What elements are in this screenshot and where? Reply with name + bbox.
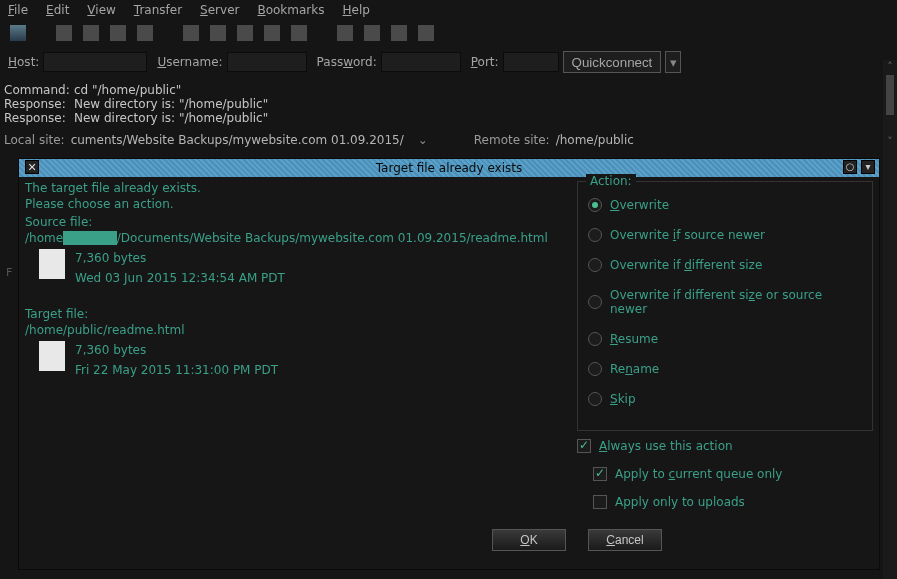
radio-icon (588, 228, 602, 242)
dialog-title: Target file already exists (376, 161, 522, 175)
checkbox-icon (593, 495, 607, 509)
site-manager-icon[interactable] (10, 25, 26, 41)
refresh-icon[interactable] (137, 25, 153, 41)
host-input[interactable] (43, 52, 147, 72)
log-text: cd "/home/public" (74, 83, 181, 97)
check-always[interactable]: Always use this action (577, 439, 873, 453)
radio-icon (588, 295, 602, 309)
toolbar (0, 23, 897, 47)
disconnect-icon[interactable] (237, 25, 253, 41)
radio-icon (588, 362, 602, 376)
toggle-queue-icon[interactable] (110, 25, 126, 41)
radio-overwrite-diffsize[interactable]: Overwrite if different size (588, 258, 862, 272)
toggle-log-icon[interactable] (56, 25, 72, 41)
file-exists-dialog: ✕ Target file already exists ○ ▾ The tar… (18, 158, 880, 570)
dialog-min-icon[interactable]: ○ (843, 160, 857, 174)
log-label: Response: (4, 111, 74, 125)
radio-icon (588, 198, 602, 212)
check-apply-queue[interactable]: Apply to current queue only (593, 467, 873, 481)
menu-file[interactable]: File (8, 3, 28, 17)
remote-site-path[interactable]: /home/public (556, 133, 634, 147)
filter-icon[interactable] (291, 25, 307, 41)
message-log: Command:cd "/home/public" Response:New d… (0, 81, 897, 131)
file-icon (39, 249, 65, 279)
file-icon (39, 341, 65, 371)
host-label: Host: (8, 55, 39, 69)
radio-skip[interactable]: Skip (588, 392, 862, 406)
radio-overwrite[interactable]: Overwrite (588, 198, 862, 212)
radio-resume[interactable]: Resume (588, 332, 862, 346)
radio-icon (588, 332, 602, 346)
target-file-path: /home/public/readme.html (25, 323, 567, 337)
action-legend: Action: (586, 174, 636, 188)
sync-icon[interactable] (364, 25, 380, 41)
dialog-close-icon[interactable]: ✕ (25, 160, 39, 174)
username-label: Username: (157, 55, 222, 69)
search-icon[interactable] (391, 25, 407, 41)
toggle-tree-icon[interactable] (83, 25, 99, 41)
menu-server[interactable]: Server (200, 3, 239, 17)
bookmark-icon[interactable] (418, 25, 434, 41)
source-file-date: Wed 03 Jun 2015 12:34:54 AM PDT (75, 269, 285, 287)
source-file-size: 7,360 bytes (75, 249, 285, 267)
quickconnect-bar: Host: Username: Password: Port: Quickcon… (0, 47, 897, 81)
radio-rename[interactable]: Rename (588, 362, 862, 376)
port-label: Port: (471, 55, 499, 69)
log-label: Command: (4, 83, 74, 97)
menubar: File Edit View Transfer Server Bookmarks… (0, 0, 897, 23)
dialog-message: The target file already exists. (25, 181, 567, 195)
compare-icon[interactable] (337, 25, 353, 41)
quickconnect-button[interactable]: Quickconnect (563, 51, 662, 73)
quickconnect-dropdown[interactable]: ▾ (665, 51, 681, 73)
menu-edit[interactable]: Edit (46, 3, 69, 17)
cancel-button[interactable]: Cancel (588, 529, 662, 551)
menu-view[interactable]: View (87, 3, 115, 17)
password-input[interactable] (381, 52, 461, 72)
radio-overwrite-diff-or-newer[interactable]: Overwrite if different size or source ne… (588, 288, 862, 316)
menu-transfer[interactable]: Transfer (134, 3, 182, 17)
target-file-label: Target file: (25, 307, 567, 321)
dialog-info-panel: The target file already exists. Please c… (25, 181, 567, 561)
log-text: New directory is: "/home/public" (74, 97, 268, 111)
target-file-size: 7,360 bytes (75, 341, 278, 359)
local-site-dropdown-icon[interactable]: ⌄ (418, 133, 428, 147)
password-label: Password: (317, 55, 377, 69)
username-input[interactable] (227, 52, 307, 72)
log-text: New directory is: "/home/public" (74, 111, 268, 125)
reconnect-icon[interactable] (264, 25, 280, 41)
checkbox-icon (593, 467, 607, 481)
site-path-bar: Local site: cuments/Website Backups/mywe… (0, 131, 897, 151)
target-file-date: Fri 22 May 2015 11:31:00 PM PDT (75, 361, 278, 379)
radio-icon (588, 258, 602, 272)
check-apply-uploads[interactable]: Apply only to uploads (593, 495, 873, 509)
log-label: Response: (4, 97, 74, 111)
dialog-message: Please choose an action. (25, 197, 567, 211)
radio-icon (588, 392, 602, 406)
remote-site-label: Remote site: (474, 133, 550, 147)
menu-help[interactable]: Help (343, 3, 370, 17)
local-site-label: Local site: (4, 133, 65, 147)
port-input[interactable] (503, 52, 559, 72)
dialog-menu-icon[interactable]: ▾ (861, 160, 875, 174)
radio-overwrite-newer[interactable]: Overwrite if source newer (588, 228, 862, 242)
local-site-path[interactable]: cuments/Website Backups/mywebsite.com 01… (71, 133, 404, 147)
cancel-icon[interactable] (210, 25, 226, 41)
source-file-path: /home/xxxxxxx/Documents/Website Backups/… (25, 231, 567, 245)
menu-bookmarks[interactable]: Bookmarks (257, 3, 324, 17)
dialog-titlebar[interactable]: ✕ Target file already exists ○ ▾ (19, 159, 879, 177)
apply-options: Always use this action Apply to current … (577, 439, 873, 509)
action-panel: Action: Overwrite Overwrite if source ne… (577, 181, 873, 431)
log-scrollbar[interactable]: ˄ ˅ (883, 60, 897, 579)
ok-button[interactable]: OK (492, 529, 566, 551)
checkbox-icon (577, 439, 591, 453)
process-queue-icon[interactable] (183, 25, 199, 41)
source-file-label: Source file: (25, 215, 567, 229)
column-fragment: F (6, 266, 12, 279)
